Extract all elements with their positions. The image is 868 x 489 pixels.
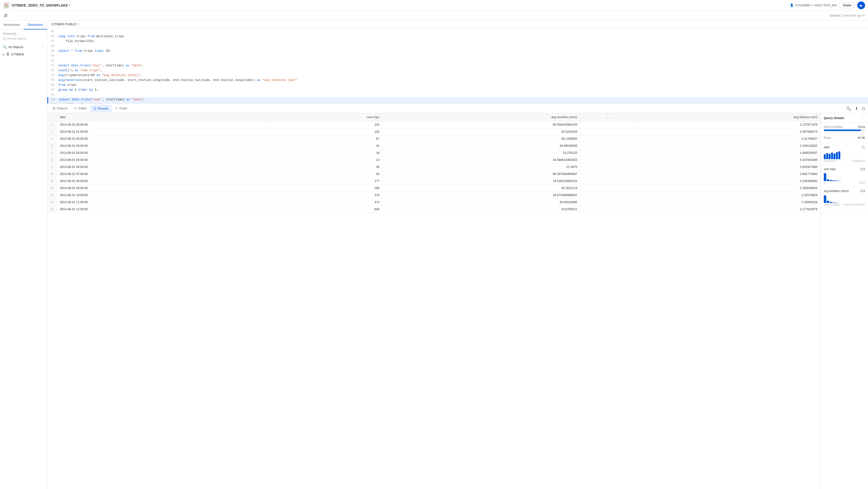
chart-bar — [824, 154, 826, 159]
line-content: select date_trunc('hour', starttime) as … — [58, 63, 868, 68]
code-line-58: 58 — [48, 92, 868, 97]
table-row[interactable]: 92013-06-01 08:00:0017718.5302259833332.… — [48, 178, 820, 185]
all-objects-more-button[interactable]: ··· — [41, 45, 44, 49]
database-row[interactable]: ▶ 🗄 CITIBIKE — [0, 51, 47, 58]
line-number: 55 — [48, 78, 58, 83]
line-content: file_format=CSV; — [58, 39, 868, 44]
table-row[interactable]: 52013-06-01 04:00:001623.2781251.8400260… — [48, 149, 820, 156]
tab-chart[interactable]: ∿ Chart — [112, 105, 130, 113]
code-editor[interactable]: 45 46copy into trips from @citibike_trip… — [48, 28, 868, 104]
line-content: from trips — [58, 83, 868, 87]
table-row[interactable]: 12013-06-01 00:00:0015256.0584429833332.… — [48, 121, 820, 128]
qd-numtrips-col-section: num trips 123 1 8,810 — [821, 165, 868, 187]
code-line-48: 48 — [48, 44, 868, 49]
objects-tab-label: Objects — [57, 107, 67, 110]
chart-bar — [833, 180, 835, 181]
home-icon[interactable]: 🏠 — [3, 2, 10, 9]
table-row[interactable]: 112013-06-01 10:00:0037528.6734666666672… — [48, 192, 820, 199]
table-row[interactable]: 22013-06-01 01:00:0010226.52516342.06790… — [48, 128, 820, 135]
qd-col3-val: 123 — [860, 189, 865, 193]
th-avg-duration[interactable]: avg duration (mins) — [382, 113, 580, 121]
qd-avgduration-range: 2.21111118667 5,898.82272726667 — [824, 203, 865, 206]
search-results-button[interactable]: 🔍 — [845, 105, 852, 112]
line-number: 49 — [48, 49, 58, 54]
table-row[interactable]: 72013-06-01 06:00:004022.39752.832927896 — [48, 164, 820, 171]
db-breadcrumb: CITIBIKE.PUBLIC ▾ — [48, 21, 868, 28]
breadcrumb-db: CITIBIKE.PUBLIC — [51, 22, 77, 26]
nav-left: 🏠 CITIBIKE_ZERO_TO_SNOWFLAKE ▾ — [3, 2, 70, 9]
tab-databases[interactable]: Databases — [24, 21, 47, 29]
tab-editor[interactable]: ✏ Editor — [71, 105, 90, 113]
updated-text: Updated 17 seconds ago ↻ — [829, 14, 865, 17]
th-row-num — [48, 113, 57, 121]
table-row[interactable]: 132013-06-01 12:00:0060433.87635212.1779… — [48, 206, 820, 213]
chart-bar — [827, 179, 829, 181]
line-number: 58 — [48, 92, 58, 97]
qd-title: Query Details — [824, 116, 844, 120]
table-row[interactable]: 42013-06-01 03:00:004144.485365852.34912… — [48, 142, 820, 149]
col-more-cell — [580, 171, 635, 178]
results-table-wrap[interactable]: date num trips avg duration (mins) ··· a… — [48, 113, 820, 489]
warehouse-label: ANALYTICS_WH — [814, 4, 837, 7]
th-avg-distance[interactable]: avg distance (km) — [636, 113, 820, 121]
qd-duration-bar-bg — [824, 130, 865, 131]
tab-results[interactable]: ☑ Results — [90, 105, 112, 112]
line-content: avg(tripduration)/60 as "avg duration (m… — [58, 73, 868, 78]
col-more-cell — [580, 156, 635, 164]
col-more-cell — [580, 185, 635, 192]
line-content — [58, 44, 868, 49]
line-number: 60 — [48, 102, 59, 104]
table-row[interactable]: 122013-06-01 11:00:0047335.635200852.260… — [48, 199, 820, 206]
all-objects-label: All Objects — [8, 45, 23, 49]
editor-icon: ✏ — [74, 107, 77, 110]
chart-bar — [826, 153, 828, 159]
clock-icon: 🕐 — [862, 146, 865, 149]
code-line-50: 50 — [48, 54, 868, 58]
qd-numtrips-range: 1 8,810 — [824, 181, 865, 184]
run-button[interactable]: ▶ — [857, 1, 865, 9]
pinned-label: Pinned (0) — [3, 32, 44, 35]
qd-more-button[interactable]: ··· — [862, 116, 865, 120]
download-button[interactable]: ⬇ — [854, 105, 859, 112]
tab-worksheets[interactable]: Worksheets — [0, 21, 24, 29]
chart-bar — [829, 154, 831, 159]
chart-bar — [834, 153, 835, 159]
nav-right: 👤 SYSADMIN • ANALYTICS_WH Share ▶ — [790, 1, 865, 9]
code-line-51: 51 — [48, 58, 868, 63]
line-number: 47 — [48, 39, 58, 44]
username-label: SYSADMIN — [795, 4, 810, 7]
col-more-cell — [580, 164, 635, 171]
tab-objects[interactable]: ⊞ Objects — [49, 105, 71, 113]
qd-col2-name: num trips — [824, 168, 836, 171]
project-chevron-icon[interactable]: ▾ — [69, 4, 70, 7]
qd-date-range: 2013-06-01 2018-06-30 — [824, 160, 865, 162]
code-line-57: 57group by 1 order by 1; — [48, 87, 868, 92]
user-icon: 👤 — [790, 3, 794, 7]
results-icon: ☑ — [93, 107, 96, 110]
share-button[interactable]: Share — [840, 2, 855, 8]
line-content: group by 1 order by 1; — [58, 87, 868, 92]
table-header-row: date num trips avg duration (mins) ··· a… — [48, 113, 820, 121]
code-line-56: 56from trips — [48, 83, 868, 87]
table-row[interactable]: 102013-06-01 09:00:0028040.26101192.2926… — [48, 185, 820, 192]
qd-rows-section: Rows 44.3K — [821, 134, 868, 143]
filter-button[interactable]: ⇄ — [3, 12, 8, 19]
table-row[interactable]: 62013-06-01 05:00:001334.5846153833333.3… — [48, 156, 820, 164]
sidebar-tabs: Worksheets Databases — [0, 21, 47, 30]
all-objects-row[interactable]: 🔍 All Objects ··· — [0, 43, 47, 51]
col-more-cell — [580, 178, 635, 185]
line-content — [58, 58, 868, 63]
col-more-cell — [580, 128, 635, 135]
th-num-trips[interactable]: num trips — [268, 113, 382, 121]
chart-bar — [838, 181, 841, 181]
breadcrumb-arrow-icon[interactable]: ▾ — [78, 23, 79, 26]
th-date[interactable]: date — [57, 113, 268, 121]
content-area: CITIBIKE.PUBLIC ▾ 45 46copy into trips f… — [48, 21, 868, 489]
expand-button[interactable]: ⊡ — [861, 105, 866, 112]
table-row[interactable]: 82013-06-01 07:00:009366.3978494666672.6… — [48, 171, 820, 178]
table-row[interactable]: 32013-06-01 02:00:006736.11990052.317848… — [48, 135, 820, 142]
qd-numtrips-mini-chart — [824, 172, 865, 181]
chart-bar — [831, 153, 833, 159]
chart-bar — [824, 195, 826, 203]
qd-date-start: 2013-06-01 — [824, 160, 836, 162]
